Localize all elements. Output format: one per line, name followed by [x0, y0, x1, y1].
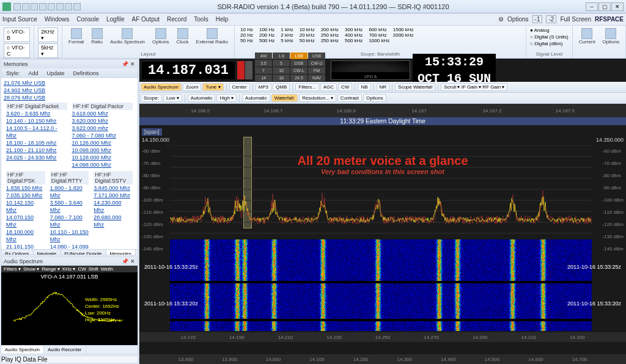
memory-link[interactable]: 21.100 - 21.110 Mhz	[6, 147, 67, 154]
toolbar-btn[interactable]: MP3	[256, 83, 271, 91]
memory-link[interactable]: 14.100.5 - 14.112.0 - Mhz	[6, 125, 67, 139]
menu-af-output[interactable]: AF Output	[131, 16, 160, 23]
bandwidth-option[interactable]: 400 kHz	[343, 32, 364, 38]
memory-link[interactable]: 21.181.150 Mhz	[6, 243, 45, 249]
bandwidth-option[interactable]: 50 kHz	[298, 38, 317, 43]
menu-help[interactable]: Help	[216, 16, 229, 23]
finetune-2khz[interactable]: 2KHz ▾	[38, 27, 58, 42]
toolbar-btn[interactable]: QMB	[273, 83, 290, 91]
memory-link[interactable]: 1.838.150 Mhz	[6, 184, 45, 192]
as-toolbar-item[interactable]: Filters ▾	[4, 266, 21, 272]
tab-memories[interactable]: Memories	[106, 250, 136, 255]
fullscreen-toggle[interactable]: Full Screen	[560, 16, 591, 23]
toolbar-btn[interactable]: Audio Spectrum	[141, 83, 182, 91]
menu-input-source[interactable]: Input Source	[2, 16, 37, 23]
memory-link[interactable]: 7.171.000 Mhz	[94, 192, 133, 199]
maximize-button[interactable]: ▢	[598, 2, 611, 11]
vfo-b-toggle[interactable]: ○ VFO-B	[4, 27, 30, 42]
memory-link[interactable]: 14.080 - 14.099 Mhz	[50, 243, 89, 249]
memory-link[interactable]: 14.230.000 Mhz	[94, 199, 133, 214]
options-menu[interactable]: Options	[507, 16, 528, 23]
menu-tools[interactable]: Tools	[194, 16, 208, 23]
memory-link[interactable]: 10.140 - 10.150 Mhz	[6, 117, 67, 125]
bandwidth-option[interactable]: 20 Hz	[238, 32, 255, 38]
tab-audio-spectrum[interactable]: Audio Spectrum	[1, 346, 44, 354]
mode-dsb[interactable]: DSB	[290, 60, 307, 67]
memory-link[interactable]: 3.580 - 3.640 Mhz	[50, 199, 89, 214]
tab-rx-options[interactable]: Rx Options	[1, 250, 34, 255]
panel-close-icon[interactable]: 📌 ✕	[122, 258, 135, 264]
mode-1.8[interactable]: 1.8	[273, 53, 290, 59]
bandwidth-option[interactable]: 500 Hz	[257, 38, 276, 43]
bandwidth-option[interactable]: 600 kHz	[367, 27, 388, 32]
mode-5[interactable]: 5	[273, 60, 290, 67]
play-iq-button[interactable]: Play IQ Data File	[1, 355, 138, 363]
inner-ruler[interactable]: 14.17014.19014.21014.23014.25014.27014.2…	[139, 332, 626, 342]
memory-link[interactable]: 24.025 - 24.930 Mhz	[6, 154, 67, 161]
toolbar-btn[interactable]: Scope:	[141, 94, 162, 102]
memory-link[interactable]: 3.620.000 Mhz	[72, 117, 133, 125]
bandwidth-option[interactable]: 1000 kHz	[367, 38, 391, 43]
bandwidth-option[interactable]: 200 Hz	[257, 32, 276, 38]
tab-audio-recorder[interactable]: Audio Recorder	[44, 346, 86, 354]
memory-link[interactable]: 3.845.000 Mhz	[94, 184, 133, 192]
tab-update[interactable]: Update	[45, 70, 67, 77]
memory-link[interactable]: 10.128.000 Mhz	[72, 154, 133, 161]
toolbar-btn[interactable]: Center	[229, 83, 250, 91]
main-frequency[interactable]: 14.187.031	[142, 62, 235, 79]
bandwidth-option[interactable]: 1 kHz	[279, 27, 295, 32]
mode-24.5[interactable]: 24.5	[290, 75, 307, 81]
pause-icon[interactable]	[245, 61, 252, 79]
signal-analog[interactable]: ● Analog	[530, 27, 569, 34]
bandwidth-option[interactable]: 20 kHz	[298, 32, 317, 38]
external-radio-button[interactable]: External Radio	[194, 27, 230, 46]
mode-3.5[interactable]: 3.5	[255, 60, 272, 67]
signal-digital-dbm[interactable]: ○ Digital (dBm)	[530, 40, 569, 47]
menu-logfile[interactable]: Logfile	[106, 16, 124, 23]
close-button[interactable]: ✕	[611, 2, 624, 11]
memory-link[interactable]: 18.100 - 18.105 mhz	[6, 139, 67, 147]
ratio-button[interactable]: Ratio	[89, 27, 105, 46]
bandwidth-option[interactable]: 200 kHz	[319, 27, 341, 32]
memory-link[interactable]: 10.110 - 10.150 Mhz	[50, 228, 89, 243]
mode-14[interactable]: 14	[255, 75, 272, 81]
as-toolbar-item[interactable]: CW	[78, 266, 86, 272]
as-toolbar-item[interactable]: Width	[101, 266, 113, 272]
memory-link[interactable]: 7.080 - 7.100 Mhz	[50, 214, 89, 228]
memory-link[interactable]: 28.680.000 Mhz	[94, 214, 133, 228]
mode-cw-u[interactable]: CW-U	[308, 60, 325, 67]
bandwidth-option[interactable]: 5 kHz	[279, 38, 295, 43]
menu-record[interactable]: Record	[167, 16, 186, 23]
as-toolbar-item[interactable]: Show ▾	[23, 266, 39, 272]
memory-link[interactable]: 1.800 - 1.820 Mhz	[50, 184, 89, 199]
memory-link[interactable]: 3.620 - 3.635 Mhz	[6, 110, 67, 117]
spectrum-area[interactable]: 11:33:29 Eastern Daylight Time [span] 14…	[139, 117, 626, 364]
memory-link[interactable]: 10.142.150 Mhz	[6, 199, 45, 214]
toolbar-btn[interactable]: Tune ▾	[202, 83, 223, 91]
bottom-ruler[interactable]: 13.80013.90014.00014.10014.20014.30014.4…	[139, 354, 626, 364]
toolbar-btn[interactable]: Waterfall:	[271, 94, 298, 102]
current-button[interactable]: Current	[576, 27, 598, 46]
toolbar-btn[interactable]: CW	[338, 83, 352, 91]
bandwidth-option[interactable]: 10 Hz	[238, 27, 255, 32]
bandwidth-option[interactable]: 2000 kHz	[391, 32, 416, 38]
menu-windows[interactable]: Windows	[45, 16, 70, 23]
mode-fm[interactable]: FM	[308, 67, 325, 74]
toolbar-btn[interactable]: AGC	[320, 83, 337, 91]
memory-link[interactable]: 7.060 - 7.080 Mhz	[72, 132, 133, 139]
tab-definitions[interactable]: Definitions	[71, 70, 101, 77]
memory-link[interactable]: 24.902 Mhz USB	[4, 87, 135, 94]
toolbar-btn[interactable]: NB	[358, 83, 370, 91]
toolbar-btn[interactable]: Contrast	[337, 94, 362, 102]
bandwidth-option[interactable]: 250 kHz	[319, 38, 341, 43]
toolbar-btn[interactable]: Resolution... ▾	[299, 94, 336, 102]
mode-lsb[interactable]: LSB	[290, 53, 307, 59]
toolbar-btn[interactable]: Automatic	[242, 94, 270, 102]
step-2[interactable]: -2	[546, 15, 556, 23]
frequency-ruler-top[interactable]: 14.186.514.186.714.186.814.18714.187.214…	[139, 104, 626, 117]
minimize-button[interactable]: –	[586, 2, 598, 11]
toolbar-btn[interactable]: Scroll ▾ IF Gain ▾ RF Gain ▾	[441, 83, 507, 91]
bandwidth-option[interactable]: 1500 kHz	[391, 27, 416, 32]
memory-link[interactable]: 28.076 Mhz USB	[4, 94, 135, 101]
tab-add[interactable]: Add	[26, 70, 41, 77]
